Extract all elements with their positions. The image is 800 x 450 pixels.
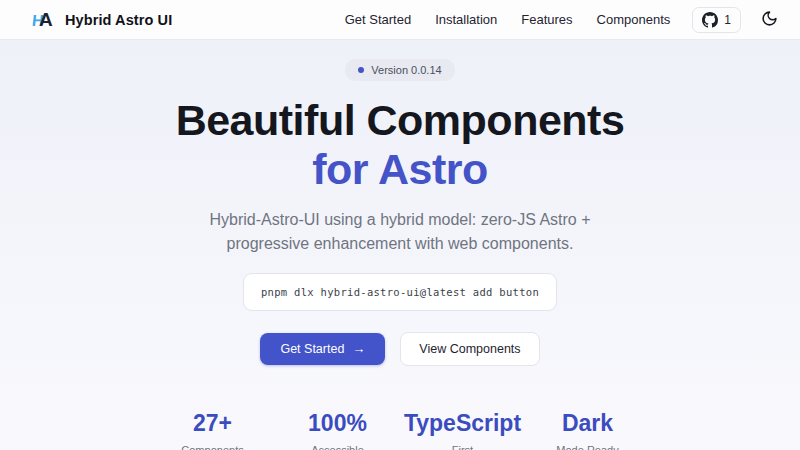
version-badge: Version 0.0.14	[345, 59, 454, 81]
version-dot-icon	[358, 67, 364, 73]
theme-toggle-button[interactable]	[757, 6, 782, 34]
github-icon	[702, 12, 718, 28]
nav-link-get-started[interactable]: Get Started	[345, 12, 411, 27]
nav-links: Get Started Installation Features Compon…	[345, 12, 671, 27]
top-nav: H A Hybrid Astro UI Get Started Installa…	[0, 0, 800, 40]
stat-label: Mode Ready	[525, 444, 650, 450]
nav-link-components[interactable]: Components	[597, 12, 671, 27]
title-line-1: Beautiful Components	[176, 96, 625, 144]
stat-typescript: TypeScript First	[400, 410, 525, 450]
stat-label: Accessible	[275, 444, 400, 450]
nav-right: Get Started Installation Features Compon…	[345, 6, 782, 34]
stat-components: 27+ Components	[150, 410, 275, 450]
hero-subtitle: Hybrid-Astro-UI using a hybrid model: ze…	[209, 208, 590, 256]
stat-label: Components	[150, 444, 275, 450]
brand-title: Hybrid Astro UI	[65, 12, 172, 28]
nav-link-features[interactable]: Features	[521, 12, 572, 27]
stats-row: 27+ Components 100% Accessible TypeScrip…	[150, 410, 650, 450]
cta-row: Get Started → View Components	[260, 332, 539, 366]
arrow-right-icon: →	[352, 342, 365, 355]
hero-section: Version 0.0.14 Beautiful Components for …	[0, 40, 800, 450]
github-stars-button[interactable]: 1	[692, 7, 741, 33]
page-title: Beautiful Components for Astro	[176, 96, 625, 195]
logo-letter-a: A	[39, 9, 53, 31]
github-star-count: 1	[724, 13, 731, 27]
subtitle-line-1: Hybrid-Astro-UI using a hybrid model: ze…	[209, 211, 590, 228]
stat-value: Dark	[525, 410, 650, 437]
stat-value: 27+	[150, 410, 275, 437]
get-started-button[interactable]: Get Started →	[260, 333, 385, 365]
stat-label: First	[400, 444, 525, 450]
nav-link-installation[interactable]: Installation	[435, 12, 497, 27]
subtitle-line-2: progressive enhancement with web compone…	[227, 235, 574, 252]
moon-icon	[761, 10, 778, 30]
install-command-snippet: pnpm dlx hybrid-astro-ui@latest add butt…	[243, 273, 557, 311]
stat-accessible: 100% Accessible	[275, 410, 400, 450]
stat-value: TypeScript	[400, 410, 525, 437]
title-line-2: for Astro	[176, 145, 625, 194]
version-text: Version 0.0.14	[371, 64, 441, 76]
get-started-label: Get Started	[280, 342, 344, 356]
app-logo-icon: H A	[32, 8, 56, 32]
stat-value: 100%	[275, 410, 400, 437]
view-components-button[interactable]: View Components	[400, 332, 539, 366]
stat-dark-mode: Dark Mode Ready	[525, 410, 650, 450]
brand[interactable]: H A Hybrid Astro UI	[32, 8, 172, 32]
